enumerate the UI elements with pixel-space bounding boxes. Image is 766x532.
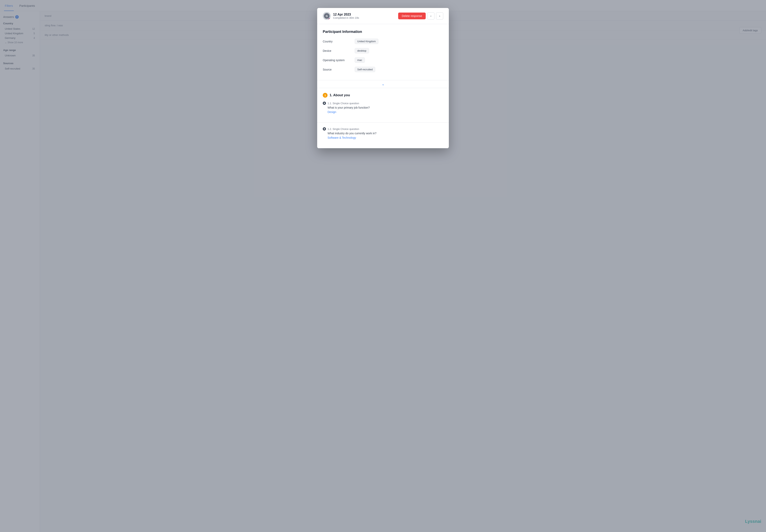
- response-modal: G 🇬🇧 12 Apr 2023 Completed in 30m 19s De…: [317, 8, 449, 148]
- info-row-os: Operating system mac: [323, 57, 443, 63]
- info-value-source: Self-recruited: [355, 67, 375, 72]
- participant-info-table: Country United Kingdom Device desktop Op…: [323, 39, 443, 72]
- section-title-1: 1. About you: [330, 93, 350, 97]
- next-response-button[interactable]: ›: [436, 12, 443, 20]
- modal-header: G 🇬🇧 12 Apr 2023 Completed in 30m 19s De…: [317, 8, 449, 24]
- prev-response-button[interactable]: ‹: [427, 12, 434, 20]
- info-value-country: United Kingdom: [355, 39, 378, 44]
- participant-info-title: Participant Information: [323, 30, 443, 34]
- question-section-1: 1 1. About you 1.1. Single Choice questi…: [317, 88, 449, 123]
- question-block-1-2: 1.2. Single Choice question What industr…: [323, 127, 443, 139]
- question-type-label-1-2: 1.2. Single Choice question: [328, 128, 359, 131]
- question-text-1-2: What industry do you currently work in?: [323, 132, 443, 135]
- question-text-1-1: What is your primary job function?: [323, 106, 443, 109]
- modal-date-info: 12 Apr 2023 Completed in 30m 19s: [333, 13, 359, 19]
- info-label-source: Source: [323, 68, 355, 71]
- info-value-device: desktop: [355, 48, 369, 53]
- expand-section[interactable]: ⌄: [317, 80, 449, 88]
- avatar: G 🇬🇧: [323, 12, 331, 20]
- question-section-1-2: 1.2. Single Choice question What industr…: [317, 123, 449, 148]
- info-label-country: Country: [323, 40, 355, 43]
- info-row-country: Country United Kingdom: [323, 39, 443, 44]
- question-block-1-1: 1.1. Single Choice question What is your…: [323, 102, 443, 114]
- participant-info-section: Participant Information Country United K…: [317, 24, 449, 80]
- question-type-row-1-1: 1.1. Single Choice question: [323, 102, 443, 105]
- question-answer-1-1: Design: [323, 110, 443, 114]
- modal-date: 12 Apr 2023: [333, 13, 359, 16]
- modal-header-right: Delete response ‹ ›: [398, 12, 443, 20]
- question-dot-1-1: [323, 102, 326, 105]
- info-row-device: Device desktop: [323, 48, 443, 53]
- modal-overlay: G 🇬🇧 12 Apr 2023 Completed in 30m 19s De…: [0, 0, 766, 532]
- info-value-os: mac: [355, 57, 365, 63]
- info-row-source: Source Self-recruited: [323, 67, 443, 72]
- delete-response-button[interactable]: Delete response: [398, 13, 426, 19]
- modal-completion: Completed in 30m 19s: [333, 16, 359, 19]
- flag-badge: 🇬🇧: [328, 17, 331, 20]
- question-dot-1-2: [323, 127, 326, 131]
- question-type-row-1-2: 1.2. Single Choice question: [323, 127, 443, 131]
- question-answer-1-2: Software & Technology: [323, 136, 443, 139]
- section-header-1: 1 1. About you: [323, 93, 443, 98]
- info-label-device: Device: [323, 49, 355, 52]
- chevron-down-icon[interactable]: ⌄: [382, 82, 385, 86]
- question-type-label-1-1: 1.1. Single Choice question: [328, 102, 359, 105]
- section-icon-1: 1: [323, 93, 328, 98]
- modal-header-left: G 🇬🇧 12 Apr 2023 Completed in 30m 19s: [323, 12, 359, 20]
- info-label-os: Operating system: [323, 59, 355, 62]
